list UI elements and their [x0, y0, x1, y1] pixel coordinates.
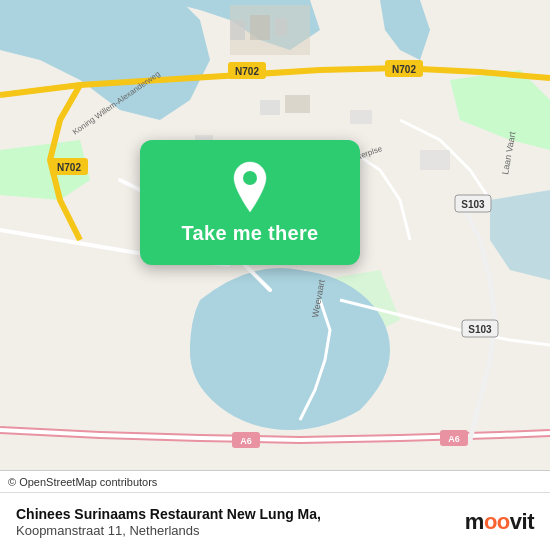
svg-point-29 [243, 171, 257, 185]
svg-rect-26 [230, 20, 245, 40]
restaurant-name: Chinees Surinaams Restaurant New Lung Ma… [16, 505, 321, 523]
restaurant-address: Koopmanstraat 11, Netherlands [16, 523, 321, 538]
map-area: N702 N702 N702 S103 S103 A6 A6 Koning Wi… [0, 0, 550, 470]
moovit-logo-text: moovit [465, 509, 534, 535]
svg-text:A6: A6 [448, 434, 460, 444]
moovit-dot: oo [484, 509, 510, 534]
svg-text:N702: N702 [57, 162, 81, 173]
svg-rect-24 [350, 110, 372, 124]
svg-text:A6: A6 [240, 436, 252, 446]
svg-rect-28 [275, 18, 287, 36]
button-label: Take me there [182, 222, 319, 245]
svg-rect-22 [285, 95, 310, 113]
svg-text:S103: S103 [461, 199, 485, 210]
svg-rect-27 [250, 15, 270, 40]
attribution-bar: © OpenStreetMap contributors [0, 470, 550, 492]
svg-text:S103: S103 [468, 324, 492, 335]
info-panel: Chinees Surinaams Restaurant New Lung Ma… [0, 492, 550, 550]
svg-rect-21 [260, 100, 280, 115]
restaurant-info: Chinees Surinaams Restaurant New Lung Ma… [16, 505, 321, 538]
svg-rect-25 [420, 150, 450, 170]
app-container: N702 N702 N702 S103 S103 A6 A6 Koning Wi… [0, 0, 550, 550]
take-me-there-button[interactable]: Take me there [140, 140, 360, 265]
attribution-text: © OpenStreetMap contributors [8, 476, 157, 488]
svg-text:N702: N702 [235, 66, 259, 77]
location-pin-icon [228, 160, 272, 214]
moovit-logo: moovit [465, 509, 534, 535]
svg-text:N702: N702 [392, 64, 416, 75]
